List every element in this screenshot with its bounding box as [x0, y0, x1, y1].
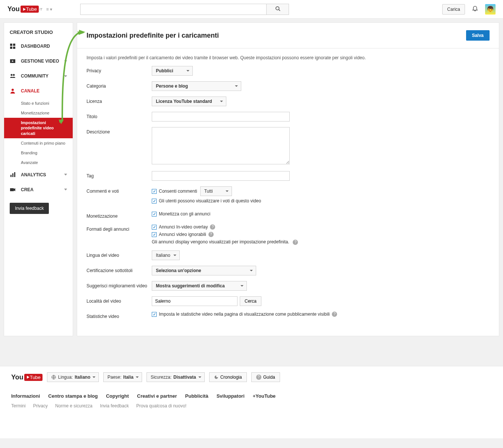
- upload-defaults-form: Privacy Pubblici Categoria Persone e blo…: [77, 64, 499, 336]
- help-icon[interactable]: ?: [332, 312, 337, 317]
- upload-button[interactable]: Carica: [442, 4, 465, 15]
- sidebar-item-create[interactable]: CREA: [4, 182, 73, 197]
- help-icon[interactable]: ?: [210, 224, 215, 230]
- ad-formats-label: Formati degli annunci: [87, 224, 152, 232]
- suggest-improvements-dropdown[interactable]: Mostra suggerimenti di modifica: [152, 281, 247, 291]
- privacy-label: Privacy: [87, 66, 152, 73]
- comments-filter-dropdown[interactable]: Tutti: [200, 186, 232, 196]
- footer-country-dropdown[interactable]: Paese: Italia: [103, 372, 142, 382]
- create-icon: [10, 187, 17, 193]
- footer-language-dropdown[interactable]: Lingua: Italiano: [47, 372, 99, 382]
- footer-history-button[interactable]: Cronologia: [209, 372, 247, 382]
- analytics-icon: [10, 172, 17, 178]
- sidebar-item-community[interactable]: COMMUNITY: [4, 69, 73, 83]
- page-description: Imposta i valori predefiniti per il cari…: [77, 48, 499, 64]
- caption-cert-label: Certificazione sottotitoli: [87, 266, 152, 273]
- notifications-icon[interactable]: [472, 5, 478, 13]
- logo-you: You: [7, 5, 20, 13]
- location-search-button[interactable]: Cerca: [240, 296, 261, 306]
- svg-point-11: [12, 89, 14, 91]
- history-icon: [214, 375, 219, 379]
- sidebar-subitem-upload-defaults[interactable]: Impostazioni predefinite video caricati: [4, 118, 73, 138]
- description-textarea[interactable]: [152, 127, 290, 164]
- svg-rect-14: [14, 172, 15, 177]
- sidebar-item-analytics[interactable]: ANALYTICS: [4, 167, 73, 182]
- category-dropdown[interactable]: Persone e blog: [152, 81, 241, 91]
- title-label: Titolo: [87, 112, 152, 119]
- feedback-button[interactable]: Invia feedback: [10, 203, 49, 214]
- youtube-logo[interactable]: YouTubeIT: [7, 5, 43, 13]
- overlay-ads-checkbox[interactable]: ✓: [152, 225, 157, 230]
- footer-link-creators[interactable]: Creativi e partner: [137, 393, 177, 399]
- svg-rect-5: [10, 47, 12, 49]
- footer-logo[interactable]: YouTube: [11, 373, 43, 381]
- footer-link-policy[interactable]: Norme e sicurezza: [55, 403, 92, 408]
- footer-link-try-new[interactable]: Prova qualcosa di nuovo!: [136, 403, 186, 408]
- footer-link-developers[interactable]: Sviluppatori: [217, 393, 245, 399]
- sidebar-item-label: CANALE: [21, 88, 40, 94]
- footer-link-press[interactable]: Centro stampa e blog: [48, 393, 98, 399]
- help-icon[interactable]: ?: [208, 232, 214, 237]
- footer-link-privacy[interactable]: Privacy: [33, 403, 48, 408]
- header: YouTubeIT ≡ ▾ Carica 👦: [0, 0, 503, 19]
- svg-rect-3: [10, 44, 12, 46]
- sidebar-item-label: GESTIONE VIDEO: [21, 59, 59, 64]
- video-location-label: Località del video: [87, 296, 152, 304]
- sidebar-title: CREATOR STUDIO: [4, 23, 73, 39]
- sidebar-item-video-manager[interactable]: GESTIONE VIDEO: [4, 54, 73, 69]
- description-label: Descrizione: [87, 127, 152, 135]
- privacy-dropdown[interactable]: Pubblici: [152, 66, 193, 76]
- license-dropdown[interactable]: Licenza YouTube standard: [152, 97, 226, 106]
- sidebar-subitem-branding[interactable]: Branding: [4, 148, 73, 158]
- caption-cert-dropdown[interactable]: Seleziona un'opzione: [152, 266, 256, 275]
- video-language-dropdown[interactable]: Italiano: [152, 250, 180, 260]
- video-location-input[interactable]: [152, 296, 238, 306]
- main-panel: Impostazioni predefinite per i caricamen…: [77, 22, 499, 336]
- footer-safety-dropdown[interactable]: Sicurezza: Disattivata: [147, 372, 205, 382]
- globe-icon: [51, 375, 56, 380]
- avatar[interactable]: 👦: [485, 4, 496, 15]
- footer-link-plus[interactable]: +YouTube: [253, 393, 276, 399]
- footer-link-feedback[interactable]: Invia feedback: [100, 403, 129, 408]
- search-input[interactable]: [80, 4, 267, 15]
- sidebar: CREATOR STUDIO DASHBOARD GESTIONE VIDEO …: [4, 22, 73, 336]
- footer-help-button[interactable]: ? Guida: [251, 372, 280, 382]
- skippable-ads-checkbox[interactable]: ✓: [152, 232, 157, 237]
- tag-input[interactable]: [152, 171, 290, 181]
- searchbar: [80, 4, 289, 15]
- footer-link-terms[interactable]: Termini: [11, 403, 26, 408]
- save-button[interactable]: Salva: [466, 30, 490, 41]
- footer: YouTube Lingua: Italiano Paese: Italia S…: [0, 366, 503, 438]
- footer-primary-links: Informazioni Centro stampa e blog Copyri…: [11, 393, 492, 399]
- sidebar-item-channel[interactable]: CANALE: [4, 83, 73, 98]
- monetize-checkbox[interactable]: ✓: [152, 212, 157, 217]
- guide-toggle-icon[interactable]: ≡ ▾: [46, 7, 52, 12]
- sidebar-subitem-advanced[interactable]: Avanzate: [4, 158, 73, 167]
- suggest-improvements-label: Suggerisci miglioramenti video: [87, 281, 152, 288]
- sidebar-item-label: DASHBOARD: [21, 44, 50, 49]
- svg-point-10: [13, 74, 15, 76]
- svg-marker-22: [27, 376, 29, 379]
- sidebar-subitem-featured[interactable]: Contenuti in primo piano: [4, 138, 73, 148]
- public-stats-checkbox[interactable]: ✓: [152, 312, 157, 317]
- allow-comments-checkbox[interactable]: ✓: [152, 189, 157, 194]
- title-input[interactable]: [152, 112, 290, 122]
- sidebar-subitem-status[interactable]: Stato e funzioni: [4, 98, 73, 108]
- sidebar-item-label: ANALYTICS: [21, 172, 46, 177]
- footer-link-advertise[interactable]: Pubblicità: [185, 393, 208, 399]
- svg-rect-6: [13, 47, 15, 49]
- monetization-label: Monetizzazione: [87, 211, 152, 219]
- search-button[interactable]: [267, 4, 289, 15]
- channel-subitems: Stato e funzioni Monetizzazione Impostaz…: [4, 98, 73, 167]
- footer-link-copyright[interactable]: Copyright: [106, 393, 129, 399]
- sidebar-item-dashboard[interactable]: DASHBOARD: [4, 39, 73, 54]
- show-ratings-checkbox[interactable]: ✓: [152, 199, 157, 204]
- sidebar-subitem-monetization[interactable]: Monetizzazione: [4, 108, 73, 118]
- dashboard-icon: [10, 43, 17, 49]
- footer-link-about[interactable]: Informazioni: [11, 393, 40, 399]
- footer-controls: YouTube Lingua: Italiano Paese: Italia S…: [11, 372, 492, 382]
- svg-rect-13: [12, 173, 13, 177]
- svg-point-1: [276, 7, 279, 10]
- help-icon[interactable]: ?: [293, 240, 298, 245]
- allow-comments-label: Consenti commenti: [159, 189, 197, 194]
